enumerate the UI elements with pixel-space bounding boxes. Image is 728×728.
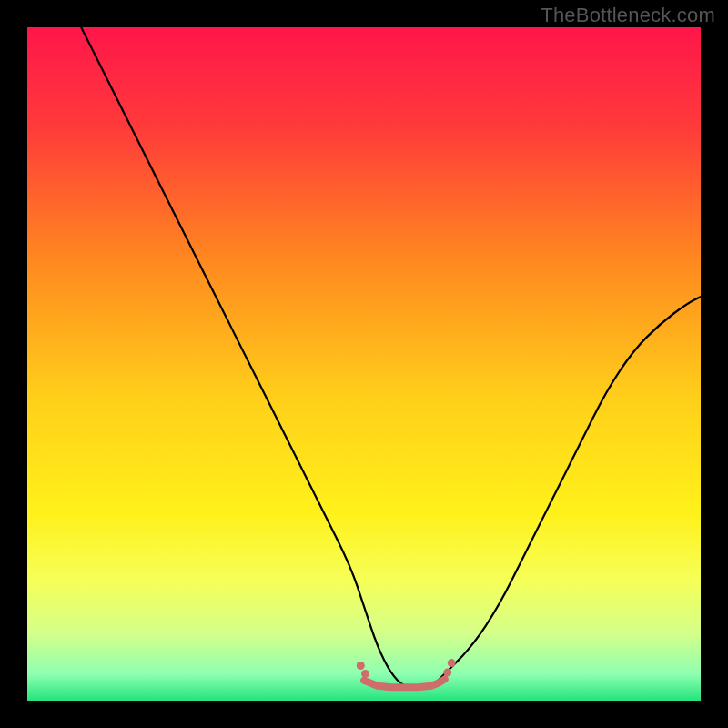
- svg-point-0: [357, 662, 365, 670]
- svg-point-3: [448, 659, 456, 667]
- plot-area: [27, 27, 701, 701]
- svg-point-2: [443, 668, 451, 676]
- svg-point-1: [361, 670, 369, 678]
- watermark-text: TheBottleneck.com: [541, 4, 715, 27]
- bottleneck-chart: [27, 27, 701, 701]
- chart-frame: TheBottleneck.com: [0, 0, 728, 728]
- gradient-background: [27, 27, 701, 701]
